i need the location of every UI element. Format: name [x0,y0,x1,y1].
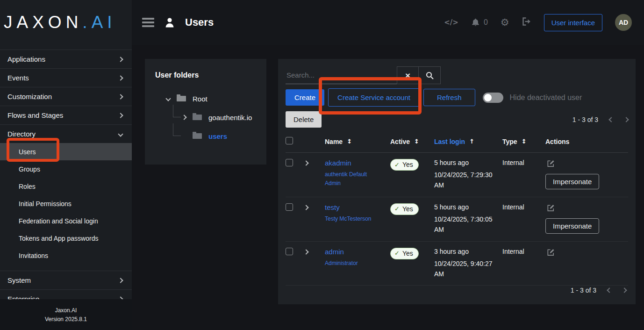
refresh-button[interactable]: Refresh [423,89,475,106]
clear-search-button[interactable]: × [397,66,419,84]
chevron-right-icon[interactable] [181,115,186,120]
brand-logo-main: JAXON [4,13,82,32]
user-subtitle-link[interactable]: Administrator [325,259,372,268]
sidebar-item-enterprise[interactable]: Enterprise [0,289,132,299]
column-header-active[interactable]: Active↕ [390,138,434,145]
create-button[interactable]: Create [286,89,324,106]
sidebar-item-roles[interactable]: Roles [0,178,132,195]
next-page-icon[interactable] [623,117,629,122]
chevron-right-icon [118,75,123,80]
tree-item-goauthentik[interactable]: goauthentik.io [182,110,256,124]
folder-icon [193,115,202,120]
edit-user-icon[interactable] [546,203,555,214]
chevron-right-icon [118,57,123,62]
sidebar-item-customization[interactable]: Customization [0,87,132,106]
user-name-link[interactable]: akadmin [325,159,351,167]
select-all-checkbox[interactable] [286,137,293,144]
sidebar-item-system[interactable]: System [0,271,132,289]
last-login-relative: 3 hours ago [434,248,502,255]
folder-tree: Root goauthentik.io users [166,92,256,143]
check-icon: ✓ [394,250,400,257]
sidebar-item-initial-permissions[interactable]: Initial Permissions [0,195,132,212]
expand-row-icon[interactable] [303,160,308,165]
sidebar-item-users[interactable]: Users [0,143,132,160]
hide-deactivated-toggle[interactable] [483,93,503,103]
column-header-last-login[interactable]: Last login↑ [434,138,502,145]
chevron-down-icon [118,131,123,136]
previous-page-icon[interactable] [607,287,612,293]
last-login-relative: 5 hours ago [434,203,502,211]
active-badge: ✓Yes [390,248,419,259]
table-header: Name↕ Active↕ Last login↑ Type↕ Actions [286,137,628,153]
chevron-right-icon [118,278,123,283]
folder-icon [193,133,202,139]
sort-icon: ↕ [347,138,352,145]
user-name-link[interactable]: admin [325,248,344,256]
next-page-icon[interactable] [622,287,627,293]
impersonate-button[interactable]: Impersonate [545,174,599,189]
column-header-type[interactable]: Type↕ [502,138,545,145]
table-row: testyTesty McTesterson ✓Yes 5 hours ago1… [286,197,628,242]
sign-out-icon[interactable] [522,17,531,28]
sidebar-item-flows-and-stages[interactable]: Flows and Stages [0,106,132,124]
edit-user-icon[interactable] [546,159,555,169]
user-type: Internal [502,203,545,211]
user-name-link[interactable]: testy [325,203,340,211]
sort-ascending-icon: ↑ [469,138,474,145]
user-interface-button[interactable]: User interface [544,14,602,31]
search-input[interactable] [286,66,397,84]
row-checkbox[interactable] [286,159,293,166]
user-subtitle-link[interactable]: authentik Default Admin [325,170,372,187]
user-folders-title: User folders [155,71,256,79]
tree-item-users-folder[interactable]: users [182,129,256,143]
active-badge: ✓Yes [390,159,419,171]
expand-row-icon[interactable] [303,249,308,254]
sidebar-item-applications[interactable]: Applications [0,50,132,68]
search-button[interactable] [419,66,441,84]
table-row: akadminauthentik Default Admin ✓Yes 5 ho… [286,153,628,197]
sidebar-item-tokens-app-passwords[interactable]: Tokens and App passwords [0,230,132,247]
close-icon: × [405,71,410,80]
sidebar-item-events[interactable]: Events [0,68,132,87]
impersonate-button[interactable]: Impersonate [545,218,599,234]
app-header: JAXON.AI Users </> 0 ⚙ User interface AD [0,0,644,45]
previous-page-icon[interactable] [608,117,614,122]
last-login-absolute: 10/24/2025, 9:40:27 AM [434,258,495,280]
api-code-icon[interactable]: </> [444,18,458,27]
user-type: Internal [502,159,545,166]
sidebar: Applications Events Customization Flows … [0,45,132,330]
expand-row-icon[interactable] [303,205,308,210]
page-title: Users [185,16,214,29]
row-checkbox[interactable] [286,203,293,211]
sidebar-footer: Jaxon.AI Version 2025.8.1 [0,299,132,330]
sidebar-item-groups[interactable]: Groups [0,160,132,178]
user-folders-panel: User folders Root goauthentik.io users [145,59,266,165]
user-subtitle-link[interactable]: Testy McTesterson [325,215,372,223]
sidebar-item-federation-social-login[interactable]: Federation and Social login [0,212,132,230]
edit-user-icon[interactable] [546,248,555,258]
pagination-label: 1 - 3 of 3 [571,287,596,294]
sort-icon: ↕ [414,138,419,145]
sidebar-item-directory[interactable]: Directory [0,124,132,143]
avatar[interactable]: AD [615,14,632,31]
brand-logo[interactable]: JAXON.AI [0,0,132,45]
toolbar: Create Create Service account Refresh Hi… [286,88,628,107]
create-service-account-button[interactable]: Create Service account [328,88,420,107]
notifications-button[interactable]: 0 [471,18,488,27]
hamburger-menu-icon[interactable] [142,18,154,27]
user-type: Internal [502,248,545,255]
check-icon: ✓ [394,205,400,212]
chevron-down-icon[interactable] [165,96,171,101]
sidebar-nav: Applications Events Customization Flows … [0,50,132,299]
tree-item-root[interactable]: Root [166,92,256,106]
sidebar-item-invitations[interactable]: Invitations [0,247,132,264]
delete-button[interactable]: Delete [286,111,322,128]
row-checkbox[interactable] [286,248,293,255]
pagination-label: 1 - 3 of 3 [572,116,598,123]
user-section-icon [165,17,175,28]
column-header-name[interactable]: Name↕ [325,138,390,145]
footer-brand: Jaxon.AI [55,307,77,314]
footer-version: Version 2025.8.1 [45,316,87,323]
directory-subnav: Users Groups Roles Initial Permissions F… [0,143,132,271]
settings-gear-icon[interactable]: ⚙ [501,17,509,28]
